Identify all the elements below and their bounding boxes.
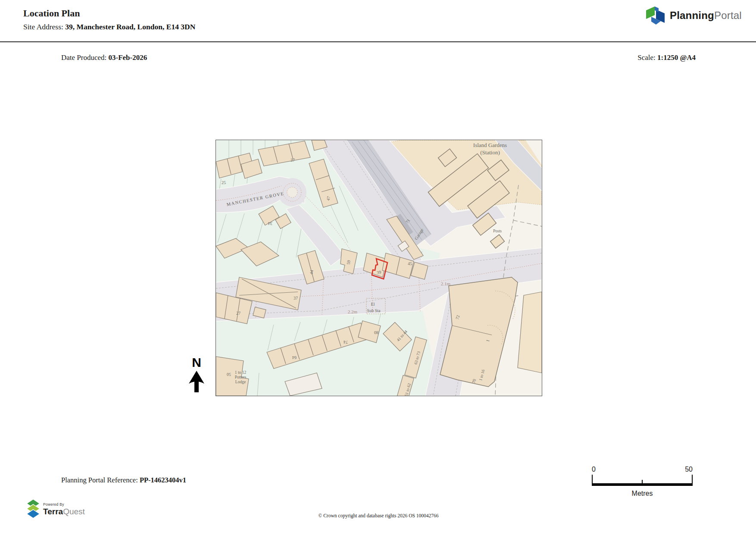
scale-bar-start: 0 xyxy=(592,466,596,474)
date-label: Date Produced: xyxy=(61,53,106,62)
planning-reference: Planning Portal Reference: PP-14623404v1 xyxy=(61,476,186,485)
map-label: Posts xyxy=(493,229,502,233)
map-label: 34 xyxy=(268,221,272,226)
map-label: 59 xyxy=(346,260,351,265)
scale-bar-unit: Metres xyxy=(592,490,693,497)
map-label: 2.1m xyxy=(441,281,451,286)
header-divider xyxy=(0,41,756,42)
north-label: N xyxy=(187,356,206,369)
planning-portal-logo: PlanningPortal xyxy=(646,5,742,26)
terraquest-logo-text: Powered By TerraQuest xyxy=(43,503,85,516)
reference-label: Planning Portal Reference: xyxy=(61,476,138,484)
scale-bar-graphic xyxy=(592,474,693,486)
terraquest-primary: Terra xyxy=(43,507,63,516)
scale-bar: 0 50 Metres xyxy=(592,466,693,497)
planning-portal-logo-text: PlanningPortal xyxy=(670,9,742,22)
logo-green-shape xyxy=(646,6,655,19)
scale-label: Scale: xyxy=(637,53,656,62)
terraquest-secondary: Quest xyxy=(63,507,85,516)
map-label: 44 xyxy=(309,270,314,275)
north-arrow-icon xyxy=(189,371,204,392)
os-map: Island Gardens(Station)Posts3725MANCHEST… xyxy=(216,140,542,396)
map-label: Island Gardens xyxy=(473,142,507,148)
site-address-label: Site Address: xyxy=(23,22,63,31)
reference-value: PP-14623404v1 xyxy=(140,476,186,484)
brand-primary: Planning xyxy=(670,9,714,21)
map-label: 37 xyxy=(291,158,295,163)
planning-portal-logo-icon xyxy=(646,5,665,26)
scale-bar-end: 50 xyxy=(685,466,693,474)
copyright-notice: © Crown copyright and database rights 20… xyxy=(216,513,541,518)
map-label: (Station) xyxy=(480,149,500,156)
map-label: 1 to 12 xyxy=(235,370,247,375)
map-label: 64 xyxy=(292,355,297,360)
map-label: Lodge xyxy=(235,380,246,384)
location-plan-document: Location Plan Site Address: 39, Manchest… xyxy=(0,0,756,535)
map-label: 25 xyxy=(222,180,226,185)
map-label: 45 xyxy=(408,261,412,266)
map-label: 50 xyxy=(227,372,231,377)
page-title: Location Plan xyxy=(23,8,80,19)
date-produced: Date Produced: 03-Feb-2026 xyxy=(61,53,147,62)
scale-value: 1:1250 @A4 xyxy=(657,53,696,62)
site-address: Site Address: 39, Manchester Road, Londo… xyxy=(23,22,195,31)
date-value: 03-Feb-2026 xyxy=(109,53,147,62)
map-label: 80 xyxy=(374,330,378,335)
map-label: Potters xyxy=(235,375,247,379)
map-label: 37 xyxy=(294,296,298,300)
map-label: Sub Sta xyxy=(367,308,381,313)
map-label: 2.2m xyxy=(348,309,358,314)
brand-secondary: Portal xyxy=(714,9,742,21)
map-scale: Scale: 1:1250 @A4 xyxy=(637,53,696,62)
terraquest-logo-icon xyxy=(27,499,40,519)
map-label: 27 xyxy=(236,311,241,316)
map-canvas: Island Gardens(Station)Posts3725MANCHEST… xyxy=(216,140,542,396)
north-arrow: N xyxy=(187,356,206,394)
site-address-value: 39, Manchester Road, London, E14 3DN xyxy=(65,22,195,31)
terraquest-logo: Powered By TerraQuest xyxy=(27,499,85,519)
map-label: 74 xyxy=(344,340,348,344)
map-label: El xyxy=(371,302,375,307)
powered-by-label: Powered By xyxy=(43,503,85,507)
